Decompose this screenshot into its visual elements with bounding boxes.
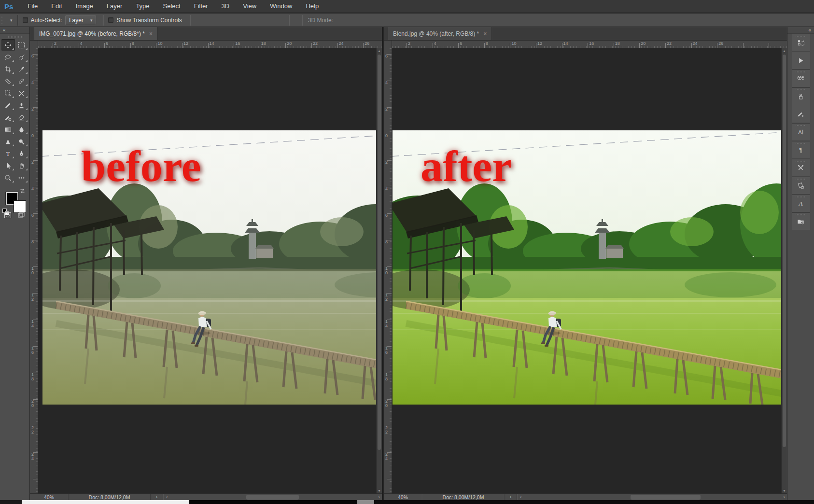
scroll-up-icon[interactable]: ▲ — [782, 49, 787, 53]
menu-item[interactable]: 3D — [215, 0, 237, 13]
photoshop-logo: Ps — [4, 2, 13, 11]
vertical-ruler: 642024681012141618202224 — [30, 48, 38, 493]
scroll-down-icon[interactable]: ▼ — [782, 489, 787, 492]
lasso-tool-icon[interactable] — [1, 51, 15, 63]
panel-history-icon[interactable] — [792, 34, 810, 52]
toolbar-grip[interactable] — [7, 36, 23, 38]
status-chevron-icon[interactable]: › — [151, 494, 163, 500]
photo-overlay-text: after — [421, 144, 512, 188]
options-grip[interactable] — [0, 14, 3, 27]
status-chevron-icon[interactable]: › — [505, 494, 517, 500]
history-brush-tool-icon[interactable] — [1, 112, 15, 123]
scroll-right-icon[interactable]: › — [783, 494, 785, 500]
panel-character-styles-icon[interactable]: A — [792, 195, 810, 212]
dock-collapse[interactable]: « — [787, 27, 814, 34]
clone-stamp-tool-icon[interactable] — [15, 99, 28, 111]
panel-dock: « A¶A — [787, 27, 814, 500]
menu-item[interactable]: File — [21, 0, 44, 13]
sharpen-tool-icon[interactable] — [1, 136, 15, 147]
horizontal-scrollbar[interactable]: ‹ › — [517, 494, 787, 500]
swap-colors-icon[interactable] — [19, 187, 26, 196]
panel-character-icon[interactable]: A — [792, 123, 810, 141]
close-icon[interactable]: × — [483, 31, 487, 37]
horizontal-ruler: 2468101214161820222426 — [30, 41, 382, 48]
quick-selection-tool-icon[interactable] — [15, 51, 28, 63]
document-tab[interactable]: IMG_0071.jpg @ 40% (before, RGB/8*) * × — [34, 27, 158, 40]
vertical-scrollbar[interactable]: ▲ ▼ — [376, 48, 382, 493]
healing-brush-tool-icon[interactable] — [15, 75, 28, 87]
hand-tool-icon[interactable] — [15, 160, 28, 171]
tool-preset-caret-icon[interactable]: ▾ — [10, 18, 13, 23]
document-pane-after: Blend.jpg @ 40% (after, RGB/8) * × 24681… — [384, 27, 787, 500]
scroll-down-icon[interactable]: ▼ — [377, 489, 382, 492]
scrollbar-thumb[interactable] — [378, 55, 381, 450]
panel-paragraph-icon[interactable]: ¶ — [792, 141, 810, 159]
eraser-tool-icon[interactable] — [15, 112, 28, 123]
eyedropper-tool-icon[interactable] — [15, 63, 28, 75]
menu-item[interactable]: Select — [156, 0, 187, 13]
zoom-level-field[interactable]: 40% — [30, 494, 69, 500]
dodge-tool-icon[interactable] — [15, 136, 28, 147]
status-bar: 40% Doc: 8,00M/12,0M › ‹ › — [384, 493, 787, 500]
quick-mask-icon[interactable] — [4, 211, 12, 221]
scroll-up-icon[interactable]: ▲ — [377, 49, 382, 53]
content-aware-move-tool-icon[interactable] — [15, 87, 28, 99]
separator — [103, 15, 103, 26]
pen-tool-icon[interactable] — [15, 148, 28, 159]
separator — [289, 15, 289, 26]
photo-after[interactable]: after — [393, 130, 781, 405]
screen-mode-icon[interactable] — [17, 211, 25, 221]
vertical-ruler: 642024681012141618202224 — [384, 48, 392, 493]
scrollbar-thumb[interactable] — [631, 495, 701, 500]
document-tab[interactable]: Blend.jpg @ 40% (after, RGB/8) * × — [388, 27, 492, 40]
vertical-scrollbar[interactable]: ▲ ▼ — [781, 48, 787, 493]
panel-clone-source-icon[interactable] — [792, 177, 810, 195]
scroll-right-icon[interactable]: › — [378, 494, 380, 500]
edit-toolbar-icon[interactable] — [15, 172, 28, 183]
bottom-edge-strip — [0, 500, 814, 504]
panel-3d-icon[interactable] — [792, 70, 810, 87]
panel-brush-presets-icon[interactable] — [792, 87, 810, 105]
photo-before[interactable]: before — [42, 130, 376, 405]
brush-tool-icon[interactable] — [1, 99, 15, 111]
canvas-area[interactable]: after — [392, 48, 781, 493]
svg-text:T: T — [6, 150, 10, 157]
spot-healing-brush-tool-icon[interactable] — [1, 75, 15, 87]
move-tool-icon[interactable] — [1, 39, 15, 51]
menu-item[interactable]: Window — [263, 0, 299, 13]
panel-tool-presets-icon[interactable] — [792, 159, 810, 177]
menu-item[interactable]: Layer — [100, 0, 129, 13]
auto-select-target-dropdown[interactable]: Layer ▾ — [65, 15, 97, 25]
close-icon[interactable]: × — [149, 31, 153, 37]
blur-tool-icon[interactable] — [15, 124, 28, 135]
panel-actions-icon[interactable] — [792, 52, 810, 70]
panel-brush-settings-icon[interactable] — [792, 105, 810, 123]
menu-item[interactable]: Help — [299, 0, 325, 13]
menu-item[interactable]: Type — [129, 0, 156, 13]
gradient-tool-icon[interactable] — [1, 124, 15, 135]
scrollbar-thumb[interactable] — [783, 55, 786, 447]
show-transform-checkbox[interactable] — [108, 17, 113, 23]
scrollbar-thumb[interactable] — [246, 495, 299, 500]
scroll-left-icon[interactable]: ‹ — [166, 494, 168, 500]
auto-select-checkbox[interactable] — [23, 17, 28, 23]
tab-title: Blend.jpg @ 40% (after, RGB/8) * — [393, 30, 479, 37]
crop-tool-icon[interactable] — [1, 63, 15, 75]
zoom-level-field[interactable]: 40% — [384, 494, 422, 500]
horizontal-scrollbar[interactable]: ‹ › — [163, 494, 382, 500]
type-tool-icon[interactable]: T — [1, 148, 15, 159]
scroll-left-icon[interactable]: ‹ — [520, 494, 522, 500]
menu-item[interactable]: Filter — [187, 0, 215, 13]
rectangular-marquee-tool-icon[interactable] — [15, 39, 28, 51]
canvas-area[interactable]: before — [38, 48, 376, 493]
menu-item[interactable]: Image — [69, 0, 100, 13]
menu-item[interactable]: Edit — [44, 0, 69, 13]
doc-size-readout: Doc: 8,00M/12,0M — [422, 494, 505, 500]
path-selection-tool-icon[interactable] — [1, 160, 15, 171]
toolbar-collapse[interactable]: « — [0, 27, 29, 34]
menu-item[interactable]: View — [236, 0, 263, 13]
patch-tool-icon[interactable] — [1, 87, 15, 99]
separator — [17, 15, 18, 26]
panel-libraries-icon[interactable] — [792, 212, 810, 230]
zoom-tool-icon[interactable] — [1, 172, 15, 183]
